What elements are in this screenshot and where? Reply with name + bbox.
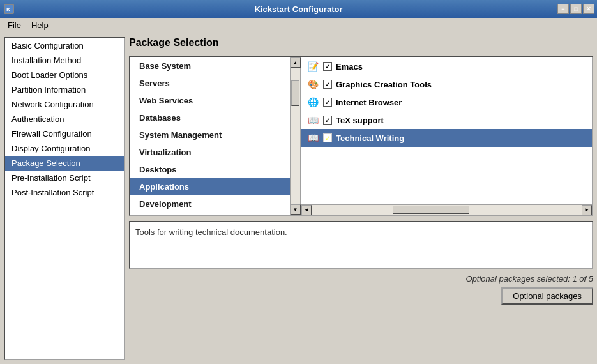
sidebar-item-boot-loader[interactable]: Boot Loader Options xyxy=(5,68,124,82)
hscroll-track[interactable] xyxy=(312,205,582,215)
category-scrollbar[interactable]: ▲ ▼ xyxy=(290,57,300,215)
sidebar: Basic Configuration Installation Method … xyxy=(4,37,125,360)
browser-checkbox[interactable] xyxy=(323,98,332,107)
lists-area: Base System Servers Web Services Databas… xyxy=(129,56,593,216)
category-dev[interactable]: Development xyxy=(130,195,290,213)
scroll-track[interactable] xyxy=(291,68,300,204)
sidebar-item-package-sel[interactable]: Package Selection xyxy=(5,156,124,171)
techwriting-label: Technical Writing xyxy=(336,133,404,143)
tex-label: TeX support xyxy=(336,116,384,125)
category-base-system[interactable]: Base System xyxy=(130,57,290,75)
titlebar: K Kickstart Configurator − □ ✕ xyxy=(0,0,597,18)
sidebar-item-display[interactable]: Display Configuration xyxy=(5,141,124,156)
category-databases[interactable]: Databases xyxy=(130,109,290,126)
svg-text:K: K xyxy=(6,6,11,13)
graphics-label: Graphics Creation Tools xyxy=(336,80,432,89)
category-sys-mgmt[interactable]: System Management xyxy=(130,126,290,144)
category-list: Base System Servers Web Services Databas… xyxy=(130,57,290,215)
package-tech-writing[interactable]: 📖 Technical Writing xyxy=(301,129,592,147)
help-menu[interactable]: Help xyxy=(27,19,52,31)
graphics-checkbox[interactable] xyxy=(323,80,332,89)
techwriting-icon: 📖 xyxy=(306,132,319,144)
graphics-icon: 🎨 xyxy=(306,78,319,91)
hscroll-right-btn[interactable]: ► xyxy=(582,205,592,215)
file-menu[interactable]: File xyxy=(4,19,25,31)
tex-icon: 📖 xyxy=(306,114,319,126)
hscroll-left-btn[interactable]: ◄ xyxy=(301,205,312,215)
sidebar-item-basic-config[interactable]: Basic Configuration xyxy=(5,38,124,53)
package-browser[interactable]: 🌐 Internet Browser xyxy=(301,93,592,111)
page-title: Package Selection xyxy=(129,37,593,49)
category-servers[interactable]: Servers xyxy=(130,75,290,92)
category-web-services[interactable]: Web Services xyxy=(130,92,290,109)
bottom-area: Optional packages selected: 1 of 5 Optio… xyxy=(129,274,593,305)
description-text: Tools for writing technical documentatio… xyxy=(135,227,287,237)
sidebar-item-pre-install[interactable]: Pre-Installation Script xyxy=(5,171,124,185)
app-icon: K xyxy=(4,4,14,14)
category-list-wrapper: Base System Servers Web Services Databas… xyxy=(129,56,301,216)
category-desktops[interactable]: Desktops xyxy=(130,161,290,178)
package-graphics[interactable]: 🎨 Graphics Creation Tools xyxy=(301,75,592,93)
category-virt[interactable]: Virtualization xyxy=(130,144,290,161)
emacs-checkbox[interactable] xyxy=(323,62,332,71)
package-tex[interactable]: 📖 TeX support xyxy=(301,111,592,129)
package-list: 📝 Emacs 🎨 Graphics Creation Tools 🌐 Inte… xyxy=(301,57,592,215)
package-emacs[interactable]: 📝 Emacs xyxy=(301,57,592,75)
window-controls: − □ ✕ xyxy=(557,4,594,14)
menubar: File Help xyxy=(0,18,597,33)
category-langs[interactable]: Languages xyxy=(130,213,290,215)
package-list-wrapper: 📝 Emacs 🎨 Graphics Creation Tools 🌐 Inte… xyxy=(301,56,593,216)
close-button[interactable]: ✕ xyxy=(583,4,594,14)
browser-label: Internet Browser xyxy=(336,98,402,107)
sidebar-item-partition-info[interactable]: Partition Information xyxy=(5,82,124,97)
sidebar-item-post-install[interactable]: Post-Installation Script xyxy=(5,185,124,200)
package-hscrollbar[interactable]: ◄ ► xyxy=(301,204,592,215)
scroll-thumb[interactable] xyxy=(291,80,299,106)
description-box: Tools for writing technical documentatio… xyxy=(129,221,593,269)
content-area: Package Selection Base System Servers We… xyxy=(129,37,593,360)
emacs-icon: 📝 xyxy=(306,60,319,73)
sidebar-item-auth[interactable]: Authentication xyxy=(5,112,124,126)
scroll-down-btn[interactable]: ▼ xyxy=(291,204,301,215)
optional-packages-button[interactable]: Optional packages xyxy=(501,287,593,305)
main-container: Basic Configuration Installation Method … xyxy=(0,33,597,364)
hscroll-thumb[interactable] xyxy=(393,206,469,214)
tex-checkbox[interactable] xyxy=(323,116,332,125)
techwriting-checkbox[interactable] xyxy=(323,133,332,142)
sidebar-item-firewall[interactable]: Firewall Configuration xyxy=(5,126,124,141)
sidebar-item-network[interactable]: Network Configuration xyxy=(5,97,124,112)
scroll-up-btn[interactable]: ▲ xyxy=(291,57,301,68)
browser-icon: 🌐 xyxy=(306,96,319,109)
minimize-button[interactable]: − xyxy=(557,4,569,14)
window-title: Kickstart Configurator xyxy=(255,4,343,14)
sidebar-item-install-method[interactable]: Installation Method xyxy=(5,53,124,68)
optional-count-label: Optional packages selected: 1 of 5 xyxy=(466,274,593,284)
category-applications[interactable]: Applications xyxy=(130,178,290,195)
emacs-label: Emacs xyxy=(336,62,363,72)
maximize-button[interactable]: □ xyxy=(570,4,582,14)
